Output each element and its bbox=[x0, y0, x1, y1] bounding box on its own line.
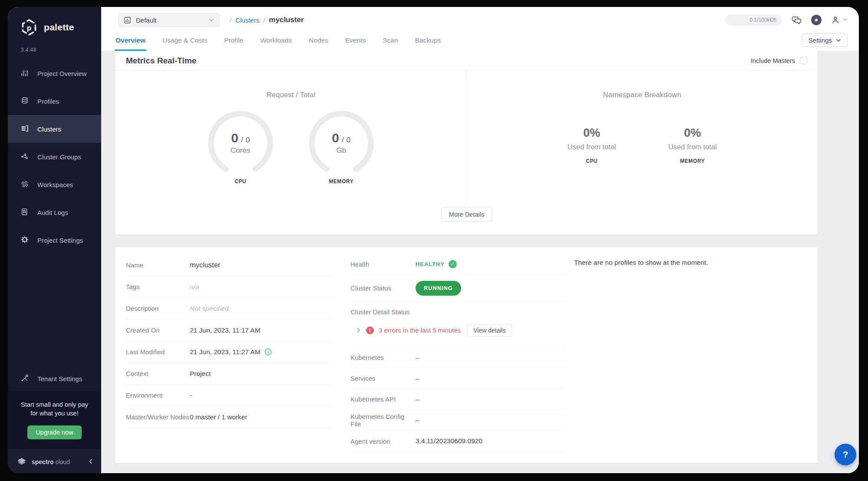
tab-events[interactable]: Events bbox=[344, 36, 366, 51]
namespace-breakdown-panel: Namespace Breakdown 0% Used from total C… bbox=[467, 71, 818, 205]
no-profiles-message: There are no profiles to show at the mom… bbox=[574, 259, 809, 267]
sidebar-item-label: Cluster Groups bbox=[37, 153, 81, 161]
brand-name: palette bbox=[44, 22, 74, 33]
sidebar-item-cluster-groups[interactable]: Cluster Groups bbox=[8, 143, 101, 171]
cluster-info-column: Namemycluster Tagsn/a DescriptionNot spe… bbox=[126, 254, 334, 463]
project-selector[interactable]: Default bbox=[118, 13, 219, 27]
cluster-status-column: Health HEALTHY ✓ Cluster Status RUNNING … bbox=[350, 254, 566, 463]
chart-icon bbox=[20, 69, 29, 79]
request-total-title: Request / Total bbox=[116, 91, 466, 99]
app-window: p palette 3.4.48 Project Overview Profil… bbox=[8, 7, 859, 473]
sidebar-item-clusters[interactable]: Clusters bbox=[8, 115, 101, 143]
table-row: Tagsn/a bbox=[126, 276, 334, 298]
namespace-stats: 0% Used from total CPU 0% Used from tota… bbox=[467, 126, 818, 164]
error-text: 3 errors in the last 5 minutes bbox=[379, 326, 461, 334]
cluster-status-row: Cluster Status RUNNING bbox=[350, 274, 566, 302]
tab-bar: Overview Usage & Costs Profile Workloads… bbox=[101, 30, 859, 51]
tools-icon bbox=[20, 374, 29, 384]
sidebar-item-project-overview[interactable]: Project Overview bbox=[8, 59, 101, 87]
more-details-row: More Details bbox=[116, 205, 818, 234]
include-masters-label: Include Masters bbox=[751, 57, 795, 64]
sidebar-item-workspaces[interactable]: Workspaces bbox=[8, 171, 101, 198]
gauge-metric-label: CPU bbox=[234, 178, 246, 184]
table-row: Kubernetes– bbox=[350, 347, 566, 368]
table-row: Services– bbox=[350, 368, 566, 389]
sidebar-item-tenant-settings[interactable]: Tenant Settings bbox=[8, 366, 101, 392]
app-version: 3.4.48 bbox=[21, 47, 101, 53]
tab-nodes[interactable]: Nodes bbox=[308, 36, 329, 51]
palette-logo-icon: p bbox=[20, 18, 38, 36]
breadcrumb-separator: / bbox=[230, 16, 231, 24]
info-icon[interactable] bbox=[264, 348, 272, 356]
project-selector-value: Default bbox=[136, 16, 157, 24]
breadcrumb: / Clusters / mycluster bbox=[230, 16, 304, 24]
health-status: HEALTHY ✓ bbox=[416, 260, 457, 268]
usage-quota-pill: 0.1/100kCh bbox=[725, 15, 782, 26]
table-row: ContextProject bbox=[126, 363, 334, 385]
chat-icon[interactable] bbox=[791, 15, 802, 25]
project-icon bbox=[123, 16, 132, 24]
collapse-sidebar-icon[interactable] bbox=[88, 458, 93, 465]
namespace-breakdown-title: Namespace Breakdown bbox=[467, 91, 818, 99]
breadcrumb-separator: / bbox=[263, 16, 265, 24]
svg-text:p: p bbox=[27, 24, 31, 32]
sidebar-item-label: Workspaces bbox=[37, 181, 73, 188]
check-icon: ✓ bbox=[449, 260, 457, 268]
spectro-cloud-logo-icon bbox=[17, 457, 27, 467]
tabs: Overview Usage & Costs Profile Workloads… bbox=[115, 36, 442, 51]
tab-overview[interactable]: Overview bbox=[115, 36, 146, 51]
user-menu[interactable] bbox=[831, 15, 848, 25]
sidebar-bottom: Tenant Settings Start small and only pay… bbox=[8, 366, 101, 473]
breadcrumb-clusters-link[interactable]: Clusters bbox=[235, 16, 259, 24]
tab-workloads[interactable]: Workloads bbox=[259, 36, 293, 51]
error-row: ! 3 errors in the last 5 minutes View de… bbox=[350, 324, 566, 336]
layers-icon bbox=[20, 96, 29, 106]
table-row: Environment- bbox=[126, 385, 334, 406]
sidebar-item-label: Project Overview bbox=[37, 70, 86, 77]
table-row: Kubernetes API– bbox=[350, 389, 566, 410]
chevron-right-icon[interactable] bbox=[356, 327, 361, 333]
sidebar-item-audit-logs[interactable]: Audit Logs bbox=[8, 198, 101, 226]
network-icon bbox=[20, 152, 29, 162]
table-row: DescriptionNot specified. bbox=[126, 298, 334, 320]
chevron-down-icon bbox=[209, 17, 214, 23]
table-row: Created On21 Jun, 2023, 11:17 AM bbox=[126, 320, 334, 341]
table-row: Last Modified 21 Jun, 2023, 11:27 AM bbox=[126, 341, 334, 363]
sidebar-item-profiles[interactable]: Profiles bbox=[8, 87, 101, 115]
cluster-detail-status-block: Cluster Detail Status ! 3 errors in the … bbox=[350, 302, 566, 347]
status-badge: RUNNING bbox=[416, 281, 461, 296]
topbar-right: 0.1/100kCh ★ bbox=[725, 15, 848, 26]
table-row: Agent version3.4.11/20230609.0920 bbox=[350, 431, 566, 452]
clusters-list-icon bbox=[20, 124, 29, 134]
more-details-button[interactable]: More Details bbox=[441, 207, 492, 221]
star-icon[interactable]: ★ bbox=[811, 15, 822, 25]
help-button[interactable]: ? bbox=[835, 444, 856, 465]
table-row: Kubernetes Config File– bbox=[350, 410, 566, 431]
cluster-details-card: Namemycluster Tagsn/a DescriptionNot spe… bbox=[116, 247, 818, 463]
content-area: Metrics Real-Time Include Masters Reques… bbox=[101, 51, 859, 473]
gear-icon bbox=[20, 235, 29, 245]
upgrade-promo: Start small and only pay for what you us… bbox=[8, 392, 101, 450]
promo-text: Start small and only pay for what you us… bbox=[15, 400, 94, 418]
workspaces-icon bbox=[20, 180, 29, 190]
tab-scan[interactable]: Scan bbox=[382, 36, 399, 51]
breadcrumb-current: mycluster bbox=[269, 16, 304, 24]
tab-usage-costs[interactable]: Usage & Costs bbox=[162, 36, 208, 51]
upgrade-now-button[interactable]: Upgrade now bbox=[27, 425, 81, 439]
metrics-body: Request / Total 0/0 Cores bbox=[116, 71, 818, 205]
settings-button[interactable]: Settings bbox=[802, 33, 848, 47]
metrics-card-header: Metrics Real-Time Include Masters bbox=[116, 51, 818, 71]
audit-log-icon bbox=[20, 208, 29, 217]
view-details-button[interactable]: View details bbox=[467, 324, 512, 336]
include-masters-checkbox[interactable] bbox=[800, 57, 807, 64]
sidebar: p palette 3.4.48 Project Overview Profil… bbox=[8, 7, 101, 473]
sidebar-footer: spectro cloud bbox=[8, 450, 101, 473]
sidebar-item-label: Audit Logs bbox=[37, 209, 68, 216]
tab-profile[interactable]: Profile bbox=[223, 36, 244, 51]
user-icon bbox=[831, 15, 840, 25]
cpu-stat: 0% Used from total CPU bbox=[555, 126, 629, 164]
tab-backups[interactable]: Backups bbox=[414, 36, 442, 51]
table-row: Master/Worker Nodes0 master / 1 worker bbox=[126, 406, 334, 428]
sidebar-item-project-settings[interactable]: Project Settings bbox=[8, 226, 101, 254]
chevron-down-icon bbox=[836, 38, 841, 43]
